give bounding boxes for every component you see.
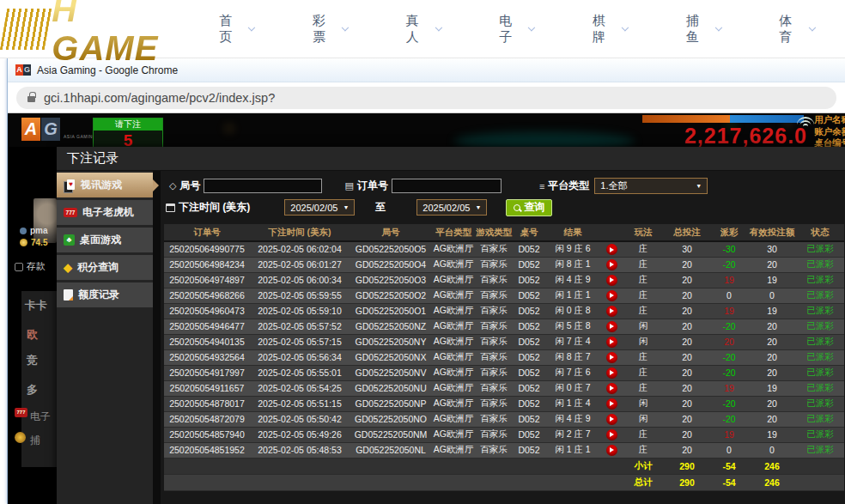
menu-item-partial[interactable]: 电子: [30, 410, 51, 424]
subtotal-row: 小计 290 -54 246: [164, 458, 844, 474]
modal-sidebar: 视讯游戏 777 电子老虎机 ♣ 桌面游戏 ◆ 积分查询: [57, 171, 153, 504]
game-page: A G ASIA GAMING 请下注 5 2,217,626.0 用户名称 账…: [8, 113, 845, 504]
nav-item-chess[interactable]: 棋牌: [563, 0, 657, 58]
cell-result: 闲 0 庄 8: [545, 303, 600, 319]
cell-status: 已派彩: [796, 365, 844, 380]
sidebar-item-label: 电子老虎机: [82, 205, 134, 220]
replay-video-icon[interactable]: [606, 259, 617, 270]
cell-status: 已派彩: [796, 257, 844, 272]
table-row[interactable]: 250205064990775 2025-02-05 06:02:04 GD05…: [164, 241, 844, 257]
col-table-no: 桌号: [513, 224, 545, 241]
sidebar-item-points-query[interactable]: ◆ 积分查询: [57, 255, 153, 280]
cell-platform: AG欧洲厅: [432, 288, 475, 303]
caret-down-icon: ▼: [343, 204, 349, 210]
nav-item-fishing[interactable]: 捕鱼: [657, 0, 751, 58]
cell-time: 2025-02-05 06:02:04: [250, 241, 350, 257]
table-row[interactable]: 250205054940135 2025-02-05 05:57:15 GD05…: [164, 334, 844, 349]
nav-item-live[interactable]: 真人: [377, 0, 471, 58]
replay-video-icon[interactable]: [606, 367, 617, 379]
replay-video-icon[interactable]: [606, 290, 617, 301]
play-triangle-icon: [610, 416, 614, 422]
platform-type-select[interactable]: 1.全部 ▼: [594, 178, 708, 194]
cell-game: 百家乐: [475, 411, 513, 427]
cell-play: 闲: [623, 334, 664, 349]
list-icon: ≡: [539, 181, 544, 191]
replay-video-icon[interactable]: [606, 398, 617, 410]
cell-play: 庄: [623, 349, 664, 365]
replay-video-icon[interactable]: [606, 414, 617, 425]
menu-item-partial[interactable]: 多: [27, 382, 38, 398]
nav-item-electronic[interactable]: 电子: [470, 0, 563, 58]
nav-label: 首页: [219, 13, 242, 46]
tag-icon: ◇: [169, 180, 176, 191]
table-row[interactable]: 250205054851952 2025-02-05 05:48:53 GD05…: [164, 442, 844, 458]
nav-item-sports[interactable]: 体育: [750, 0, 843, 58]
menu-item-partial[interactable]: 欧: [27, 327, 38, 343]
cell-status: 已派彩: [796, 303, 844, 319]
cell-total-bet: 20: [664, 257, 710, 272]
play-triangle-icon: [610, 277, 614, 282]
replay-video-icon[interactable]: [606, 352, 617, 363]
cell-table-no: D052: [513, 365, 545, 380]
cell-play: 庄: [623, 272, 664, 288]
replay-video-icon[interactable]: [606, 445, 617, 456]
cell-table-no: D052: [513, 396, 545, 411]
table-row[interactable]: 250205054872079 2025-02-05 05:50:42 GD05…: [164, 411, 844, 427]
table-row[interactable]: 250205064984234 2025-02-05 06:01:27 GD05…: [164, 257, 844, 272]
table-row[interactable]: 250205054968266 2025-02-05 05:59:55 GD05…: [164, 288, 844, 303]
table-row[interactable]: 250205054960473 2025-02-05 05:59:10 GD05…: [164, 303, 844, 319]
replay-video-icon[interactable]: [606, 337, 617, 348]
table-row[interactable]: 250205054932564 2025-02-05 05:56:34 GD05…: [164, 349, 844, 365]
query-button[interactable]: 查询: [506, 199, 552, 216]
cell-payout: -20: [710, 365, 748, 380]
bet-progress-bar: [642, 115, 804, 123]
cell-payout: -20: [710, 396, 748, 411]
menu-item-partial[interactable]: 卡卡: [25, 298, 47, 313]
cell-payout: -20: [710, 257, 748, 272]
table-row[interactable]: 250205064974897 2025-02-05 06:00:34 GD05…: [164, 272, 844, 288]
replay-video-icon[interactable]: [606, 383, 617, 394]
date-from-select[interactable]: 2025/02/05 ▼: [284, 199, 355, 216]
url-input[interactable]: gci.1hhapi.com/agingame/pcv2/index.jsp?: [16, 87, 836, 109]
site-header: H GAME 首页 彩票 真人 电子 棋牌 捕鱼 体育: [0, 0, 845, 58]
user-credit-row: 74.5: [20, 238, 47, 247]
cell-table-no: D052: [513, 380, 545, 396]
cell-play: 闲: [623, 319, 664, 334]
menu-item-partial[interactable]: 竞: [27, 353, 38, 368]
replay-video-icon[interactable]: [606, 244, 617, 255]
nav-item-home[interactable]: 首页: [190, 0, 283, 58]
sidebar-item-quota-records[interactable]: 额度记录: [57, 282, 153, 307]
sidebar-item-label: 额度记录: [78, 288, 119, 302]
replay-video-icon[interactable]: [606, 429, 617, 440]
nav-item-lottery[interactable]: 彩票: [283, 0, 377, 58]
table-row[interactable]: 250205054857940 2025-02-05 05:49:26 GD05…: [164, 427, 844, 442]
nav-label: 电子: [499, 13, 522, 46]
table-row[interactable]: 250205054878017 2025-02-05 05:51:15 GD05…: [164, 396, 844, 411]
cell-valid-bet: 19: [748, 427, 796, 442]
replay-video-icon[interactable]: [606, 275, 617, 286]
date-to-select[interactable]: 2025/02/05 ▼: [416, 199, 487, 216]
cell-table-no: D052: [513, 241, 545, 257]
table-row[interactable]: 250205054911657 2025-02-05 05:54:25 GD05…: [164, 380, 844, 396]
round-input[interactable]: [204, 179, 322, 193]
cell-total-bet: 20: [664, 442, 710, 458]
order-input[interactable]: [392, 179, 502, 193]
sidebar-item-slots[interactable]: 777 电子老虎机: [57, 200, 153, 225]
menu-item-partial[interactable]: 捕: [30, 434, 40, 448]
cell-result: 闲 4 庄 9: [545, 411, 600, 427]
cell-order: 250205054872079: [164, 411, 250, 427]
table-row[interactable]: 250205054917997 2025-02-05 05:55:01 GD05…: [164, 365, 844, 380]
subtotal-payout: -54: [710, 458, 748, 474]
subtotal-label: 小计: [623, 458, 664, 474]
replay-video-icon[interactable]: [606, 306, 617, 317]
sidebar-item-video-games[interactable]: 视讯游戏: [57, 173, 153, 197]
replay-video-icon[interactable]: [606, 321, 617, 332]
cell-status: 已派彩: [796, 319, 844, 334]
sidebar-item-table-games[interactable]: ♣ 桌面游戏: [57, 228, 153, 252]
table-row[interactable]: 250205054946477 2025-02-05 05:57:52 GD05…: [164, 319, 844, 334]
col-play: 玩法: [623, 224, 664, 241]
bet-records-modal: 下注记录 视讯游戏 777 电子老虎机 ♣ 桌面游戏: [57, 147, 845, 504]
cell-status: 已派彩: [796, 349, 844, 365]
deposit-item[interactable]: 存款: [15, 260, 46, 273]
caret-down-icon: ▼: [696, 183, 702, 189]
